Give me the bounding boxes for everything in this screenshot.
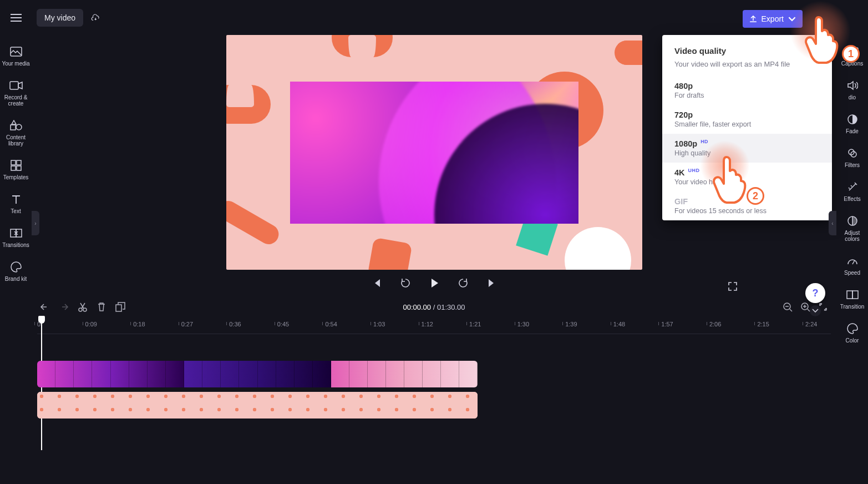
sidebar-item-color[interactable]: Color	[836, 322, 868, 344]
delete-icon[interactable]	[96, 301, 107, 312]
ruler-tick: 1:30	[517, 321, 529, 327]
background-track[interactable]	[37, 392, 478, 419]
sidebar-item-label: Adjust colors	[836, 230, 868, 242]
ruler-tick: 0:54	[325, 321, 337, 327]
sidebar-item-templates[interactable]: Templates	[0, 159, 32, 180]
total-time: 01:30.00	[437, 303, 465, 311]
redo-icon[interactable]	[58, 301, 69, 312]
duplicate-icon[interactable]	[115, 301, 126, 312]
video-frame	[290, 82, 578, 224]
svg-rect-19	[116, 305, 121, 311]
quality-sub: High quality	[674, 149, 820, 157]
clip-thumbnail	[258, 361, 276, 387]
hamburger-menu-icon[interactable]	[6, 7, 27, 28]
svg-point-3	[16, 124, 22, 130]
right-panel-toggle[interactable]: ‹	[829, 211, 836, 235]
sidebar-item-adjust-colors[interactable]: Adjust colors	[836, 214, 868, 242]
speed-icon	[846, 254, 859, 268]
quality-title: 4K	[674, 168, 685, 177]
sidebar-item-label: dio	[849, 94, 856, 100]
clip-thumbnail	[74, 361, 92, 387]
export-button[interactable]: Export	[743, 10, 803, 28]
captions-icon	[846, 45, 859, 58]
quality-sub: Smaller file, faster export	[674, 120, 820, 128]
undo-icon[interactable]	[39, 301, 50, 312]
video-clip-1[interactable]	[37, 361, 184, 387]
clip-thumbnail	[55, 361, 74, 387]
ruler-tick: 1:39	[565, 321, 577, 327]
sidebar-item-transition[interactable]: Transition	[836, 288, 868, 310]
audio-icon	[846, 79, 859, 92]
clip-thumbnail	[331, 361, 349, 387]
sidebar-item-label: Captions	[841, 60, 863, 67]
ruler-tick: 1:12	[422, 321, 433, 327]
video-preview[interactable]	[226, 35, 642, 270]
ruler-tick: 2:24	[805, 321, 817, 327]
sidebar-item-label: Content library	[0, 134, 32, 147]
svg-rect-9	[16, 229, 22, 237]
quality-option-1080p[interactable]: 1080pHD High quality	[662, 134, 832, 163]
quality-sub: For drafts	[674, 92, 820, 99]
clip-thumbnail	[459, 361, 478, 387]
fullscreen-icon[interactable]	[726, 280, 739, 293]
ruler-tick: 1:57	[661, 321, 673, 327]
skip-start-icon[interactable]	[370, 276, 383, 290]
hd-badge: HD	[701, 139, 708, 144]
ruler-tick: 1:21	[469, 321, 481, 327]
upload-icon	[749, 15, 757, 23]
sidebar-item-filters[interactable]: Filters	[836, 147, 868, 168]
zoom-in-icon[interactable]	[800, 301, 811, 312]
sidebar-item-your-media[interactable]: Your media	[0, 45, 32, 67]
fit-icon[interactable]	[818, 301, 829, 312]
sidebar-item-text[interactable]: Text	[0, 193, 32, 214]
sidebar-item-transitions[interactable]: Transitions	[0, 226, 32, 248]
left-panel-toggle[interactable]: ›	[32, 211, 39, 235]
svg-rect-1	[10, 82, 18, 89]
svg-rect-8	[11, 229, 16, 237]
export-quality-menu: Video quality Your video will export as …	[662, 35, 832, 220]
quality-option-4k[interactable]: 4KUHD Your video has no 4	[662, 163, 832, 191]
timeline-ruler[interactable]: 00:090:180:270:360:450:541:031:121:211:3…	[37, 317, 831, 334]
video-track[interactable]	[37, 361, 478, 387]
clip-thumbnail	[129, 361, 148, 387]
quality-title: GIF	[674, 197, 688, 206]
clip-thumbnail	[404, 361, 423, 387]
sidebar-item-captions[interactable]: Captions	[836, 45, 868, 67]
sidebar-item-label: Color	[846, 337, 859, 344]
quality-title: 1080p	[674, 139, 697, 148]
current-time: 00:00.00	[403, 303, 431, 311]
sidebar-item-speed[interactable]: Speed	[836, 254, 868, 276]
sidebar-item-brand-kit[interactable]: Brand kit	[0, 260, 32, 282]
rewind-icon[interactable]	[399, 276, 412, 290]
left-sidebar: Your media Record & create Content libra…	[0, 35, 32, 484]
sidebar-item-effects[interactable]: Effects	[836, 180, 868, 202]
split-icon[interactable]	[77, 301, 88, 312]
forward-icon[interactable]	[456, 276, 470, 290]
right-sidebar: Captions dio Fade Filters Effects Adjust…	[836, 35, 868, 484]
chevron-down-icon	[788, 15, 796, 23]
sidebar-item-audio[interactable]: dio	[836, 79, 868, 100]
sidebar-item-record-create[interactable]: Record & create	[0, 79, 32, 107]
video-clip-3[interactable]	[331, 361, 478, 387]
clip-thumbnail	[111, 361, 129, 387]
clip-thumbnail	[313, 361, 331, 387]
video-clip-2[interactable]	[184, 361, 331, 387]
skip-end-icon[interactable]	[485, 276, 499, 290]
clip-thumbnail	[386, 361, 404, 387]
quality-option-480p[interactable]: 480p For drafts	[662, 76, 832, 105]
export-menu-subtitle: Your video will export as an MP4 file	[662, 60, 832, 76]
grid-icon	[9, 159, 23, 172]
adjust-icon	[846, 214, 859, 228]
project-title[interactable]: My video	[37, 9, 83, 27]
quality-option-720p[interactable]: 720p Smaller file, faster export	[662, 105, 832, 134]
sidebar-item-label: Transitions	[2, 242, 29, 248]
clip-thumbnail	[166, 361, 184, 387]
sidebar-item-fade[interactable]: Fade	[836, 113, 868, 134]
zoom-out-icon[interactable]	[782, 301, 793, 312]
clip-thumbnail	[202, 361, 221, 387]
sidebar-item-content-library[interactable]: Content library	[0, 119, 32, 147]
playback-controls	[370, 276, 499, 290]
play-icon[interactable]	[428, 276, 441, 290]
sidebar-item-label: Your media	[2, 60, 29, 67]
cloud-sync-icon[interactable]	[90, 12, 102, 24]
